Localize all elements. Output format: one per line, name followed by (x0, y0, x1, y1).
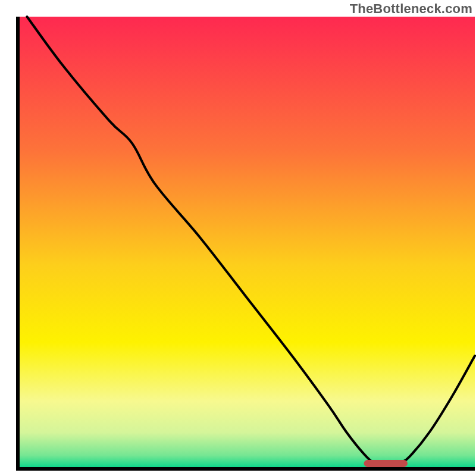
watermark-text: TheBottleneck.com (350, 1, 472, 17)
bottleneck-chart (0, 0, 476, 476)
plot-background (18, 17, 475, 469)
chart-container: TheBottleneck.com (0, 0, 476, 476)
